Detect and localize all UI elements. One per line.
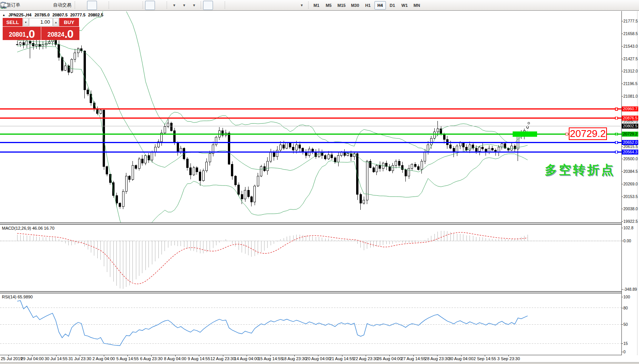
timeframe-button-m15[interactable]: M15 <box>335 1 348 10</box>
level-price-callout[interactable]: 20729.2 <box>569 127 607 140</box>
time-axis-tick <box>485 355 485 356</box>
level-price-badge: 20876.5 <box>622 116 638 121</box>
symbol-period-label: JPN225-,H4 <box>8 13 32 17</box>
time-axis-label: 14 Aug 04:00 <box>234 356 259 361</box>
price-tick-label: 20500.0 <box>623 156 638 161</box>
price-chart[interactable] <box>0 11 621 222</box>
axis-tick <box>621 59 623 59</box>
turning-point-annotation[interactable]: 多空转折点 <box>545 162 615 179</box>
timeframe-button-m1[interactable]: M1 <box>311 1 322 10</box>
time-axis-tick <box>8 355 9 356</box>
tile-windows-button[interactable] <box>131 1 141 10</box>
window-right-edge <box>637 11 637 362</box>
timeframe-button-w1[interactable]: W1 <box>399 1 410 10</box>
time-axis[interactable]: 25 Jul 201929 Jul 04:0030 Jul 14:5531 Ju… <box>0 355 639 362</box>
level-price-badge: 20652.0 <box>622 140 638 145</box>
axis-tick <box>621 171 623 172</box>
time-axis-tick <box>127 355 128 356</box>
macd-panel-chart[interactable] <box>0 225 621 291</box>
buy-price-big-digit: .0 <box>65 28 73 40</box>
time-axis-tick <box>294 355 295 356</box>
search-button[interactable] <box>616 1 626 10</box>
toolbar-grip[interactable] <box>200 2 202 9</box>
trendline-tool-button[interactable] <box>247 1 257 10</box>
templates-dropdown-button[interactable]: ▼ <box>189 1 199 10</box>
axis-tick <box>621 184 623 184</box>
time-axis-tick <box>32 355 32 356</box>
price-axis-border <box>621 11 622 362</box>
chart-header: ▲ JPN225-,H4 20785.0 20807.5 20777.5 208… <box>2 13 103 17</box>
periods-dropdown-button[interactable]: ▼ <box>179 1 189 10</box>
time-axis-label: 18 Aug 23:30 <box>282 356 307 361</box>
market-watch-button[interactable] <box>32 1 42 10</box>
axis-tick <box>621 297 623 297</box>
toolbar-grip[interactable] <box>142 2 144 9</box>
zoom-out-button[interactable] <box>121 1 131 10</box>
fibonacci-tool-button[interactable]: F <box>267 1 277 10</box>
zoom-in-button[interactable] <box>111 1 121 10</box>
timeframe-button-d1[interactable]: D1 <box>387 1 398 10</box>
time-axis-label: 22 Aug 23:30 <box>353 356 378 361</box>
toolbar-grip[interactable] <box>166 2 168 9</box>
arrows-dropdown-button[interactable]: ▼ <box>297 1 307 10</box>
toolbar-grip[interactable] <box>74 2 76 9</box>
timeframe-button-m30[interactable]: M30 <box>349 1 361 10</box>
vertical-line-tool-button[interactable] <box>227 1 237 10</box>
macd-label: MACD(12,26,9) 46.06 16.70 <box>2 226 55 230</box>
time-axis-tick <box>151 355 152 356</box>
time-axis-tick <box>366 355 366 356</box>
data-window-button[interactable] <box>22 1 32 10</box>
crosshair-tool-button[interactable] <box>213 1 223 10</box>
chart-candles-button[interactable] <box>87 1 97 10</box>
timeframe-button-mn[interactable]: MN <box>411 1 423 10</box>
time-axis-label: 29 Jul 04:00 <box>21 356 44 361</box>
rsi-value: 65.9890 <box>18 295 33 299</box>
cursor-tool-button[interactable] <box>203 1 213 10</box>
time-axis-tick <box>508 355 509 356</box>
macd-signal-value: 16.70 <box>44 226 55 230</box>
indicators-dropdown-button[interactable]: ▼ <box>169 1 179 10</box>
community-chat-button[interactable] <box>626 1 636 10</box>
chart-line-button[interactable] <box>97 1 107 10</box>
collapse-panel-icon[interactable]: ▲ <box>2 13 5 17</box>
axis-tick <box>621 228 623 228</box>
channel-tool-button[interactable]: E <box>257 1 267 10</box>
buy-price-main: 20824 <box>47 30 65 40</box>
time-axis-label: 15 Aug 14:55 <box>258 356 283 361</box>
macd-scale-label: 0.00 <box>623 238 631 243</box>
autotrading-button[interactable]: 自动交易 <box>52 1 73 10</box>
toolbar-grip[interactable] <box>108 2 110 9</box>
macd-scale-label: 102.8 <box>623 225 633 230</box>
time-axis-tick <box>318 355 318 356</box>
toolbar-grip[interactable] <box>224 2 226 9</box>
auto-scroll-button[interactable] <box>145 1 155 10</box>
new-order-label: 新订单 <box>6 2 20 8</box>
dropdown-caret: ▼ <box>173 3 176 7</box>
time-axis-tick <box>270 355 271 356</box>
rsi-scale-label: 80 <box>623 306 628 310</box>
timeframe-group: M1M5M15M30H1H4D1W1MN <box>311 1 423 10</box>
current-price-badge: 20802.5 <box>622 124 638 129</box>
sell-button[interactable]: SELL <box>3 18 23 26</box>
rsi-panel-chart[interactable] <box>0 293 621 355</box>
text-label-tool-button[interactable]: T <box>287 1 297 10</box>
buy-price-display[interactable]: 20824.0 <box>41 27 79 40</box>
timeframe-button-h4[interactable]: H4 <box>374 1 386 10</box>
sell-price-display[interactable]: 20801.0 <box>3 27 41 40</box>
chart-bars-button[interactable] <box>77 1 87 10</box>
signals-button[interactable] <box>42 1 52 10</box>
volume-decrease-button[interactable]: ▼ <box>23 18 29 26</box>
timeframe-button-h1[interactable]: H1 <box>362 1 374 10</box>
axis-tick <box>621 289 623 290</box>
dropdown-caret: ▼ <box>192 3 196 7</box>
axis-tick <box>621 221 623 222</box>
horizontal-line-tool-button[interactable] <box>237 1 247 10</box>
volume-input[interactable]: 1.00 <box>29 18 53 26</box>
text-tool-button[interactable]: A <box>277 1 287 10</box>
timeframe-button-m5[interactable]: M5 <box>323 1 334 10</box>
toolbar-grip[interactable] <box>307 2 310 9</box>
buy-button[interactable]: BUY <box>59 18 79 26</box>
chart-shift-button[interactable] <box>155 1 165 10</box>
volume-increase-button[interactable]: ▲ <box>53 18 59 26</box>
dropdown-caret: ▼ <box>182 3 186 7</box>
